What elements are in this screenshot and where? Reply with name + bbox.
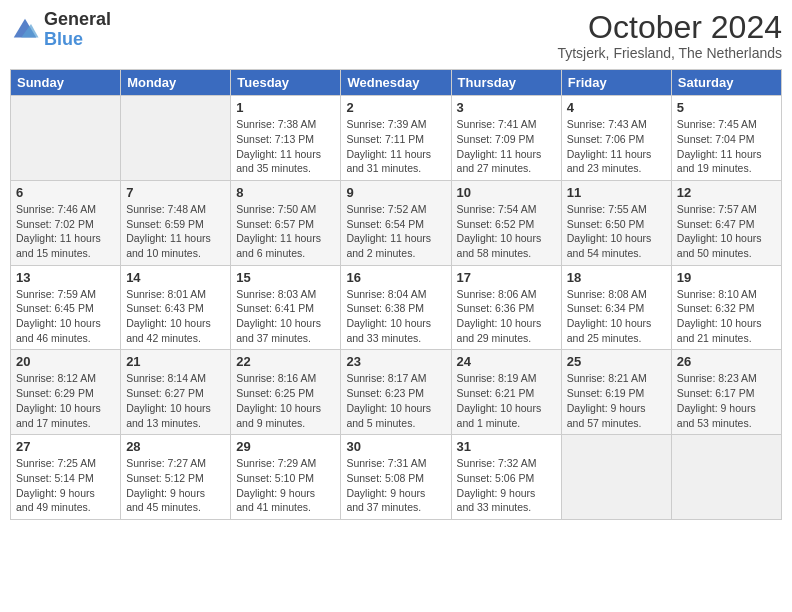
day-number: 20 [16,354,115,369]
calendar-cell: 11Sunrise: 7:55 AM Sunset: 6:50 PM Dayli… [561,180,671,265]
calendar-cell: 2Sunrise: 7:39 AM Sunset: 7:11 PM Daylig… [341,96,451,181]
calendar-cell: 27Sunrise: 7:25 AM Sunset: 5:14 PM Dayli… [11,435,121,520]
calendar-cell: 12Sunrise: 7:57 AM Sunset: 6:47 PM Dayli… [671,180,781,265]
day-number: 14 [126,270,225,285]
calendar-day-header: Tuesday [231,70,341,96]
day-detail: Sunrise: 7:45 AM Sunset: 7:04 PM Dayligh… [677,117,776,176]
page-subtitle: Tytsjerk, Friesland, The Netherlands [557,45,782,61]
day-number: 18 [567,270,666,285]
day-number: 22 [236,354,335,369]
day-detail: Sunrise: 7:32 AM Sunset: 5:06 PM Dayligh… [457,456,556,515]
logo: General Blue [10,10,111,50]
day-number: 1 [236,100,335,115]
day-number: 3 [457,100,556,115]
day-detail: Sunrise: 8:10 AM Sunset: 6:32 PM Dayligh… [677,287,776,346]
page-title: October 2024 [557,10,782,45]
calendar-cell: 3Sunrise: 7:41 AM Sunset: 7:09 PM Daylig… [451,96,561,181]
calendar-header-row: SundayMondayTuesdayWednesdayThursdayFrid… [11,70,782,96]
calendar-cell: 15Sunrise: 8:03 AM Sunset: 6:41 PM Dayli… [231,265,341,350]
title-block: October 2024 Tytsjerk, Friesland, The Ne… [557,10,782,61]
calendar-day-header: Wednesday [341,70,451,96]
day-number: 15 [236,270,335,285]
calendar-cell: 6Sunrise: 7:46 AM Sunset: 7:02 PM Daylig… [11,180,121,265]
day-number: 21 [126,354,225,369]
calendar-cell [561,435,671,520]
day-detail: Sunrise: 8:04 AM Sunset: 6:38 PM Dayligh… [346,287,445,346]
calendar-cell: 25Sunrise: 8:21 AM Sunset: 6:19 PM Dayli… [561,350,671,435]
page: General Blue October 2024 Tytsjerk, Frie… [0,0,792,612]
day-detail: Sunrise: 8:12 AM Sunset: 6:29 PM Dayligh… [16,371,115,430]
calendar-cell: 4Sunrise: 7:43 AM Sunset: 7:06 PM Daylig… [561,96,671,181]
calendar-day-header: Thursday [451,70,561,96]
calendar-cell: 7Sunrise: 7:48 AM Sunset: 6:59 PM Daylig… [121,180,231,265]
day-number: 10 [457,185,556,200]
calendar-cell: 5Sunrise: 7:45 AM Sunset: 7:04 PM Daylig… [671,96,781,181]
calendar-cell: 26Sunrise: 8:23 AM Sunset: 6:17 PM Dayli… [671,350,781,435]
calendar-cell: 30Sunrise: 7:31 AM Sunset: 5:08 PM Dayli… [341,435,451,520]
calendar-cell: 10Sunrise: 7:54 AM Sunset: 6:52 PM Dayli… [451,180,561,265]
calendar-cell: 20Sunrise: 8:12 AM Sunset: 6:29 PM Dayli… [11,350,121,435]
logo-text: General Blue [44,10,111,50]
calendar-cell: 8Sunrise: 7:50 AM Sunset: 6:57 PM Daylig… [231,180,341,265]
day-detail: Sunrise: 8:19 AM Sunset: 6:21 PM Dayligh… [457,371,556,430]
day-number: 26 [677,354,776,369]
logo-icon [10,15,40,45]
day-detail: Sunrise: 8:17 AM Sunset: 6:23 PM Dayligh… [346,371,445,430]
calendar-cell: 16Sunrise: 8:04 AM Sunset: 6:38 PM Dayli… [341,265,451,350]
day-number: 12 [677,185,776,200]
day-detail: Sunrise: 7:57 AM Sunset: 6:47 PM Dayligh… [677,202,776,261]
day-detail: Sunrise: 7:43 AM Sunset: 7:06 PM Dayligh… [567,117,666,176]
calendar-cell: 19Sunrise: 8:10 AM Sunset: 6:32 PM Dayli… [671,265,781,350]
day-detail: Sunrise: 8:21 AM Sunset: 6:19 PM Dayligh… [567,371,666,430]
day-number: 11 [567,185,666,200]
calendar-week-row: 27Sunrise: 7:25 AM Sunset: 5:14 PM Dayli… [11,435,782,520]
header: General Blue October 2024 Tytsjerk, Frie… [10,10,782,61]
calendar-cell: 28Sunrise: 7:27 AM Sunset: 5:12 PM Dayli… [121,435,231,520]
day-number: 23 [346,354,445,369]
day-detail: Sunrise: 7:52 AM Sunset: 6:54 PM Dayligh… [346,202,445,261]
calendar-cell: 23Sunrise: 8:17 AM Sunset: 6:23 PM Dayli… [341,350,451,435]
day-detail: Sunrise: 7:41 AM Sunset: 7:09 PM Dayligh… [457,117,556,176]
day-detail: Sunrise: 8:06 AM Sunset: 6:36 PM Dayligh… [457,287,556,346]
day-number: 17 [457,270,556,285]
day-detail: Sunrise: 7:39 AM Sunset: 7:11 PM Dayligh… [346,117,445,176]
calendar-cell: 9Sunrise: 7:52 AM Sunset: 6:54 PM Daylig… [341,180,451,265]
calendar-cell [11,96,121,181]
day-number: 2 [346,100,445,115]
day-detail: Sunrise: 7:50 AM Sunset: 6:57 PM Dayligh… [236,202,335,261]
logo-general: General [44,10,111,30]
calendar-day-header: Saturday [671,70,781,96]
calendar-week-row: 1Sunrise: 7:38 AM Sunset: 7:13 PM Daylig… [11,96,782,181]
calendar-week-row: 13Sunrise: 7:59 AM Sunset: 6:45 PM Dayli… [11,265,782,350]
day-number: 5 [677,100,776,115]
day-detail: Sunrise: 8:01 AM Sunset: 6:43 PM Dayligh… [126,287,225,346]
calendar-day-header: Sunday [11,70,121,96]
calendar-cell: 14Sunrise: 8:01 AM Sunset: 6:43 PM Dayli… [121,265,231,350]
calendar-cell: 18Sunrise: 8:08 AM Sunset: 6:34 PM Dayli… [561,265,671,350]
calendar-cell [121,96,231,181]
day-number: 13 [16,270,115,285]
day-number: 27 [16,439,115,454]
day-detail: Sunrise: 7:59 AM Sunset: 6:45 PM Dayligh… [16,287,115,346]
calendar-cell: 22Sunrise: 8:16 AM Sunset: 6:25 PM Dayli… [231,350,341,435]
day-number: 8 [236,185,335,200]
calendar-cell [671,435,781,520]
day-detail: Sunrise: 7:29 AM Sunset: 5:10 PM Dayligh… [236,456,335,515]
calendar-table: SundayMondayTuesdayWednesdayThursdayFrid… [10,69,782,520]
day-number: 7 [126,185,225,200]
calendar-week-row: 20Sunrise: 8:12 AM Sunset: 6:29 PM Dayli… [11,350,782,435]
day-detail: Sunrise: 7:25 AM Sunset: 5:14 PM Dayligh… [16,456,115,515]
day-number: 29 [236,439,335,454]
day-number: 6 [16,185,115,200]
day-detail: Sunrise: 7:54 AM Sunset: 6:52 PM Dayligh… [457,202,556,261]
day-number: 31 [457,439,556,454]
day-detail: Sunrise: 7:38 AM Sunset: 7:13 PM Dayligh… [236,117,335,176]
day-detail: Sunrise: 7:46 AM Sunset: 7:02 PM Dayligh… [16,202,115,261]
calendar-cell: 17Sunrise: 8:06 AM Sunset: 6:36 PM Dayli… [451,265,561,350]
calendar-cell: 29Sunrise: 7:29 AM Sunset: 5:10 PM Dayli… [231,435,341,520]
calendar-cell: 31Sunrise: 7:32 AM Sunset: 5:06 PM Dayli… [451,435,561,520]
day-detail: Sunrise: 7:48 AM Sunset: 6:59 PM Dayligh… [126,202,225,261]
day-number: 9 [346,185,445,200]
day-detail: Sunrise: 8:14 AM Sunset: 6:27 PM Dayligh… [126,371,225,430]
day-detail: Sunrise: 7:27 AM Sunset: 5:12 PM Dayligh… [126,456,225,515]
